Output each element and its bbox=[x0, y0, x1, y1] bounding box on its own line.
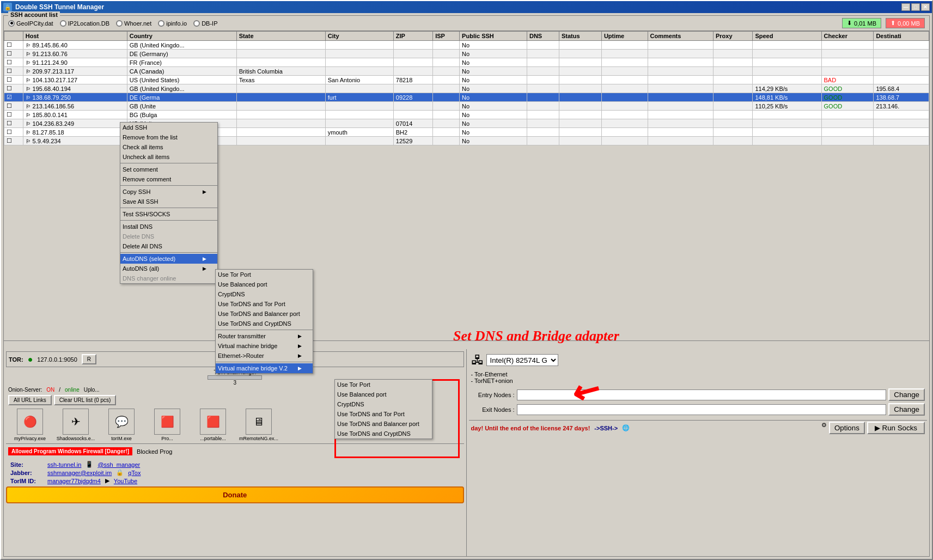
row-dns bbox=[527, 111, 559, 119]
menu3-cryptdns[interactable]: CryptDNS bbox=[335, 399, 432, 409]
close-button[interactable]: ✕ bbox=[921, 3, 930, 11]
window-title: Double SSH Tunnel Manager bbox=[15, 3, 901, 11]
menu-test-ssh[interactable]: Test SSH/SOCKS bbox=[120, 209, 217, 219]
row-speed bbox=[753, 58, 821, 67]
row-check[interactable]: ☐ bbox=[4, 50, 23, 58]
main-content: SSH account list GeoIPCity.dat IP2Locati… bbox=[1, 13, 932, 559]
table-row[interactable]: ☐ 🏳 209.97.213.117 CA (Canada) British C… bbox=[4, 67, 929, 76]
menu2-cryptdns[interactable]: CryptDNS bbox=[216, 289, 313, 299]
app-item[interactable]: ✈ Shadowsocks.e... bbox=[54, 409, 97, 441]
menu2-ethernet-router[interactable]: Ethernet->Router ▶ bbox=[216, 351, 313, 361]
radio-whoer[interactable]: Whoer.net bbox=[116, 20, 151, 27]
menu3-tordns-tor[interactable]: Use TorDNS and Tor Port bbox=[335, 409, 432, 419]
row-state bbox=[236, 50, 325, 58]
entry-nodes-change-button[interactable]: Change bbox=[888, 388, 925, 401]
row-checker bbox=[821, 50, 874, 58]
app-item[interactable]: 🟥 ...portable... bbox=[191, 409, 235, 441]
all-url-links-button[interactable]: All URL Links bbox=[8, 395, 52, 405]
table-row[interactable]: ☐ 🏳 91.213.60.76 DE (Germany) No bbox=[4, 50, 929, 58]
menu-set-comment[interactable]: Set comment bbox=[120, 165, 217, 174]
run-socks-button[interactable]: ▶ Run Socks bbox=[867, 422, 925, 434]
row-check[interactable]: ☐ bbox=[4, 119, 23, 128]
menu2-router-transmitter[interactable]: Router transmitter ▶ bbox=[216, 331, 313, 341]
table-row[interactable]: ☐ 🏳 89.145.86.40 GB (United Kingdo... No bbox=[4, 41, 929, 50]
donate-button[interactable]: Donate bbox=[6, 486, 464, 503]
row-check[interactable]: ☐ bbox=[4, 137, 23, 145]
tor-label: TOR: bbox=[9, 356, 23, 363]
menu3-use-tor-port[interactable]: Use Tor Port bbox=[335, 380, 432, 389]
radio-dbip[interactable]: DB-IP bbox=[193, 20, 217, 27]
row-comments bbox=[648, 93, 713, 102]
menu-check-all[interactable]: Check all items bbox=[120, 142, 217, 152]
menu-remove-from-list[interactable]: Remove from the list bbox=[120, 132, 217, 142]
radio-ip2loc[interactable]: IP2Location.DB bbox=[60, 20, 109, 27]
row-dest bbox=[874, 137, 929, 145]
tor-reconnect-button[interactable]: R bbox=[82, 354, 96, 364]
menu2-balanced-port[interactable]: Use Balanced port bbox=[216, 279, 313, 289]
menu-copy-ssh[interactable]: Copy SSH ▶ bbox=[120, 187, 217, 197]
table-row[interactable]: ☐ 🏳 195.68.40.194 GB (United Kingdo... N… bbox=[4, 84, 929, 93]
row-pubssh: No bbox=[460, 58, 527, 67]
row-city: furt bbox=[325, 93, 393, 102]
jabber-email[interactable]: sshmanager@exploit.im bbox=[47, 470, 112, 476]
menu-autodns-selected[interactable]: AutoDNS (selected) ▶ bbox=[120, 254, 217, 264]
torim-id[interactable]: manager77bjdqdm4 bbox=[47, 478, 101, 484]
router-transmitter-arrow: ▶ bbox=[298, 333, 302, 339]
row-check[interactable]: ☐ bbox=[4, 41, 23, 50]
table-row[interactable]: ☑ 🏳 138.68.79.250 DE (Germa furt 09228 N… bbox=[4, 93, 929, 102]
telegram-handle[interactable]: @ssh_manager bbox=[97, 461, 140, 468]
row-speed bbox=[753, 41, 821, 50]
menu-remove-comment[interactable]: Remove comment bbox=[120, 174, 217, 184]
menu-autodns-all[interactable]: AutoDNS (all) ▶ bbox=[120, 264, 217, 273]
youtube-label[interactable]: YouTube bbox=[114, 478, 137, 484]
row-check[interactable]: ☐ bbox=[4, 67, 23, 76]
row-check[interactable]: ☐ bbox=[4, 102, 23, 111]
row-check[interactable]: ☑ bbox=[4, 93, 23, 102]
row-uptime bbox=[601, 102, 648, 111]
row-check[interactable]: ☐ bbox=[4, 111, 23, 119]
menu-install-dns[interactable]: Install DNS bbox=[120, 222, 217, 232]
table-row[interactable]: ☐ 🏳 185.80.0.141 BG (Bulga No bbox=[4, 111, 929, 119]
site-url[interactable]: ssh-tunnel.in bbox=[47, 461, 81, 468]
app-item[interactable]: 🖥 mRemoteNG.ex... bbox=[237, 409, 280, 441]
menu-save-all[interactable]: Save All SSH bbox=[120, 197, 217, 206]
menu2-virtual-bridge[interactable]: Virtual machine bridge ▶ bbox=[216, 341, 313, 351]
menu-add-ssh[interactable]: Add SSH bbox=[120, 123, 217, 132]
app-item[interactable]: 🟥 Pro... bbox=[145, 409, 189, 441]
horizontal-scrollbar[interactable] bbox=[4, 340, 929, 349]
table-row[interactable]: ☐ 🏳 91.121.24.90 FR (France) No bbox=[4, 58, 929, 67]
maximize-button[interactable]: □ bbox=[911, 3, 920, 11]
radio-ipinfo[interactable]: ipinfo.io bbox=[158, 20, 187, 27]
col-speed: Speed bbox=[753, 32, 821, 41]
qtox-label[interactable]: qTox bbox=[128, 470, 141, 476]
row-check[interactable]: ☐ bbox=[4, 128, 23, 137]
radio-geolip[interactable]: GeoIPCity.dat bbox=[8, 20, 53, 27]
menu3-tordns-crypt[interactable]: Use TorDNS and CryptDNS bbox=[335, 429, 432, 439]
menu2-tordns-balancer[interactable]: Use TorDNS and Balancer port bbox=[216, 309, 313, 319]
app-icon-4: 🟥 bbox=[200, 409, 226, 435]
menu3-tordns-balancer[interactable]: Use TorDNS and Balancer port bbox=[335, 419, 432, 429]
menu-uncheck-all[interactable]: Uncheck all items bbox=[120, 152, 217, 162]
clear-url-list-button[interactable]: Clear URL list (0 pcs) bbox=[54, 395, 117, 405]
menu2-use-tor-port[interactable]: Use Tor Port bbox=[216, 270, 313, 279]
app-item[interactable]: 🔴 myPrivacy.exe bbox=[8, 409, 52, 441]
adapter-select[interactable]: Intel(R) 82574L G bbox=[486, 354, 558, 366]
menu2-tordns-crypt[interactable]: Use TorDNS and CryptDNS bbox=[216, 319, 313, 328]
row-check[interactable]: ☐ bbox=[4, 84, 23, 93]
options-button[interactable]: Options bbox=[829, 422, 865, 434]
entry-nodes-input[interactable] bbox=[517, 389, 887, 400]
minimize-button[interactable]: — bbox=[901, 3, 910, 11]
row-pubssh: No bbox=[460, 50, 527, 58]
menu2-virtual-bridge-v2[interactable]: Virtual machine bridge V.2 ▶ bbox=[216, 363, 313, 373]
exit-nodes-change-button[interactable]: Change bbox=[888, 403, 925, 416]
tor-chain-slider[interactable] bbox=[208, 375, 262, 380]
table-row[interactable]: ☐ 🏳 213.146.186.56 GB (Unite No 110,25 K… bbox=[4, 102, 929, 111]
menu2-tordns-tor[interactable]: Use TorDNS and Tor Port bbox=[216, 299, 313, 309]
menu3-balanced-port[interactable]: Use Balanced port bbox=[335, 389, 432, 399]
table-row[interactable]: ☐ 🏳 104.130.217.127 US (United States) T… bbox=[4, 76, 929, 84]
app-item[interactable]: 💬 torIM.exe bbox=[100, 409, 143, 441]
menu-delete-all-dns[interactable]: Delete All DNS bbox=[120, 241, 217, 251]
exit-nodes-input[interactable] bbox=[517, 404, 887, 415]
row-check[interactable]: ☐ bbox=[4, 76, 23, 84]
row-check[interactable]: ☐ bbox=[4, 58, 23, 67]
